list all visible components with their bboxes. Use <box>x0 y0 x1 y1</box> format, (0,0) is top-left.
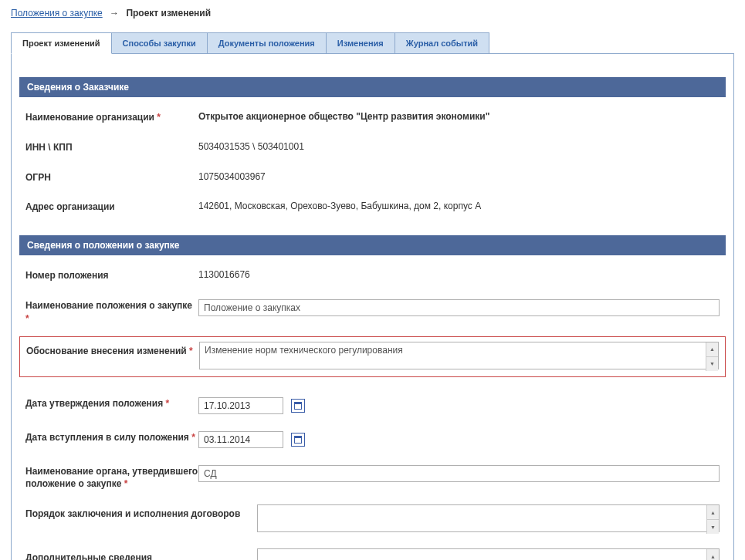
row-approval-date: Дата утверждения положения * <box>19 394 726 414</box>
row-address: Адрес организации 142601, Московская, Ор… <box>19 197 726 214</box>
tab-project-changes[interactable]: Проект изменений <box>11 32 112 54</box>
label-contract-order: Порядок заключения и исполнения договоро… <box>25 504 257 521</box>
row-inn-kpp: ИНН \ КПП 5034031535 \ 503401001 <box>19 138 726 154</box>
row-regulation-number: Номер положения 1130016676 <box>19 266 726 282</box>
row-org-name: Наименование организации * Открытое акци… <box>19 108 726 124</box>
breadcrumb-current: Проект изменений <box>126 8 211 19</box>
row-additional-info: Дополнительные сведения ▲ ▼ <box>19 548 726 560</box>
tab-bar: Проект изменений Способы закупки Докумен… <box>11 32 734 54</box>
breadcrumb: Положения о закупке → Проект изменений <box>11 8 734 19</box>
label-inn-kpp: ИНН \ КПП <box>25 138 198 154</box>
textarea-spinner: ▲ ▼ <box>706 342 718 371</box>
label-regulation-name: Наименование положения о закупке * <box>25 296 198 326</box>
label-org-name: Наименование организации * <box>25 108 198 124</box>
input-approval-date[interactable] <box>198 397 283 414</box>
breadcrumb-link[interactable]: Положения о закупке <box>11 8 103 19</box>
tab-changes[interactable]: Изменения <box>326 32 395 54</box>
calendar-icon[interactable] <box>291 399 305 413</box>
textarea-justification[interactable] <box>199 342 719 369</box>
label-effective-date: Дата вступления в силу положения * <box>25 428 198 444</box>
value-address: 142601, Московская, Орехово-Зуево, Бабуш… <box>198 197 720 211</box>
tab-purchase-methods[interactable]: Способы закупки <box>111 32 208 54</box>
spinner-up-icon[interactable]: ▲ <box>707 549 719 560</box>
content-panel: Сведения о Заказчике Наименование органи… <box>11 53 734 560</box>
required-marker: * <box>191 432 195 443</box>
textarea-spinner: ▲ ▼ <box>706 549 719 560</box>
spinner-down-icon[interactable]: ▼ <box>707 520 719 534</box>
required-marker: * <box>124 478 128 489</box>
textarea-contract-order[interactable] <box>257 504 720 532</box>
section-header-regulation: Сведения о положении о закупке <box>19 235 726 255</box>
input-effective-date[interactable] <box>198 431 283 448</box>
row-regulation-name: Наименование положения о закупке * <box>19 296 726 326</box>
label-approval-date: Дата утверждения положения * <box>25 394 198 410</box>
value-org-name: Открытое акционерное общество "Центр раз… <box>198 108 720 122</box>
label-justification: Обоснование внесения изменений * <box>26 342 199 358</box>
row-effective-date: Дата вступления в силу положения * <box>19 428 726 448</box>
row-contract-order: Порядок заключения и исполнения договоро… <box>19 504 726 535</box>
input-regulation-name[interactable] <box>198 299 720 316</box>
input-authority[interactable] <box>198 465 720 482</box>
calendar-icon[interactable] <box>291 433 305 447</box>
required-marker: * <box>166 398 170 409</box>
spinner-up-icon[interactable]: ▲ <box>706 342 718 357</box>
label-ogrn: ОГРН <box>25 168 198 184</box>
textarea-additional-info[interactable] <box>257 548 720 560</box>
row-ogrn: ОГРН 1075034003967 <box>19 168 726 184</box>
row-authority: Наименование органа, утвердившего положе… <box>19 462 726 491</box>
spinner-down-icon[interactable]: ▼ <box>706 357 718 371</box>
value-inn-kpp: 5034031535 \ 503401001 <box>198 138 720 152</box>
label-address: Адрес организации <box>25 197 198 214</box>
textarea-spinner: ▲ ▼ <box>706 505 719 534</box>
required-marker: * <box>157 112 161 123</box>
value-ogrn: 1075034003967 <box>198 168 720 182</box>
label-authority: Наименование органа, утвердившего положе… <box>25 462 198 491</box>
required-marker: * <box>189 346 193 356</box>
tab-regulation-documents[interactable]: Документы положения <box>207 32 327 54</box>
label-regulation-number: Номер положения <box>25 266 198 282</box>
label-additional-info: Дополнительные сведения <box>25 548 257 560</box>
section-header-customer: Сведения о Заказчике <box>19 77 726 97</box>
breadcrumb-arrow-icon: → <box>110 8 119 19</box>
value-regulation-number: 1130016676 <box>198 266 720 280</box>
spinner-up-icon[interactable]: ▲ <box>707 505 719 520</box>
required-marker: * <box>25 313 29 324</box>
row-justification: Обоснование внесения изменений * ▲ ▼ <box>19 336 726 377</box>
tab-event-log[interactable]: Журнал событий <box>395 32 489 54</box>
